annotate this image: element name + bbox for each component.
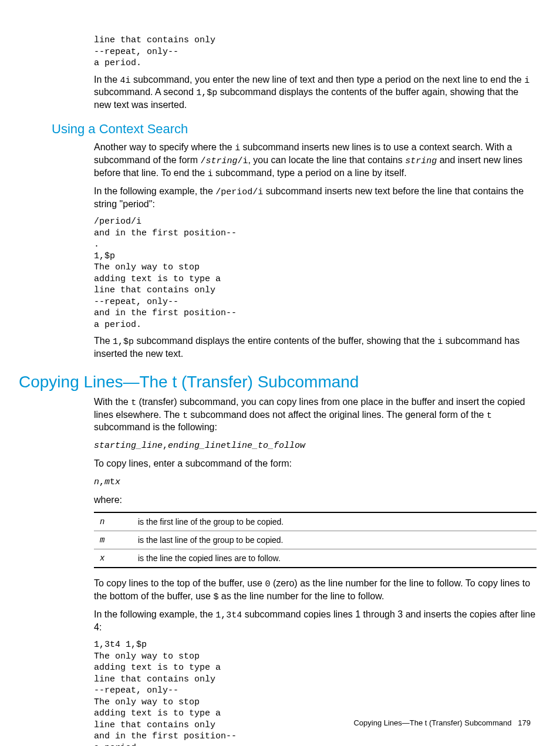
body-indent: Another way to specify where the i subco… xyxy=(94,141,537,360)
text: subcommand is the following: xyxy=(94,422,217,432)
code-inline: t xyxy=(226,441,231,451)
code-italic: m xyxy=(104,477,110,487)
body-indent: With the t (transfer) subcommand, you ca… xyxy=(94,396,537,746)
code-inline: t xyxy=(131,398,136,408)
code-inline: , xyxy=(99,477,104,487)
code-inline: t xyxy=(487,411,492,421)
code-italic: starting_line xyxy=(94,441,163,451)
code-inline: i xyxy=(235,143,240,153)
table-row: x is the line the copied lines are to fo… xyxy=(94,549,537,568)
text: With the xyxy=(94,397,131,407)
code-italic: x xyxy=(115,477,120,487)
table-symbol: m xyxy=(94,531,132,549)
code-italic: string xyxy=(205,156,237,166)
table-row: m is the last line of the group to be co… xyxy=(94,531,537,549)
paragraph: In the following example, the /period/i … xyxy=(94,185,537,210)
code-inline: 1,$p xyxy=(196,88,217,98)
code-inline: t xyxy=(110,477,115,487)
table-symbol: x xyxy=(94,549,132,568)
table-description: is the first line of the group to be cop… xyxy=(132,512,537,531)
table-row: n is the first line of the group to be c… xyxy=(94,512,537,531)
text: To copy lines to the top of the buffer, … xyxy=(94,578,265,588)
paragraph: where: xyxy=(94,494,537,506)
code-block-2: /period/i and in the first position-- . … xyxy=(94,216,537,330)
code-inline: /period/i xyxy=(215,187,263,197)
text: subcommand, you enter the new line of te… xyxy=(131,75,525,85)
text: The xyxy=(94,336,113,346)
code-inline: i xyxy=(208,169,213,179)
text: In the following example, the xyxy=(94,609,215,619)
heading-context-search: Using a Context Search xyxy=(52,121,537,137)
footer-page-number: 179 xyxy=(518,718,531,727)
paragraph: In the following example, the 1,3t4 subc… xyxy=(94,609,537,633)
code-block-3: 1,3t4 1,$p The only way to stop adding t… xyxy=(94,639,537,746)
code-italic: n xyxy=(94,477,99,487)
syntax-form-1: starting_line,ending_linetline_to_follow xyxy=(94,439,537,452)
code-inline: i xyxy=(524,76,529,86)
text: subcommand does not affect the original … xyxy=(188,410,487,420)
paragraph: The 1,$p subcommand displays the entire … xyxy=(94,335,537,360)
text: subcommand, type a period on a line by i… xyxy=(213,168,407,178)
table-description: is the line the copied lines are to foll… xyxy=(132,549,537,568)
text: as the line number for the line to follo… xyxy=(218,591,384,601)
body-indent: line that contains only --repeat, only--… xyxy=(94,35,537,111)
code-italic: line_to_follow xyxy=(231,441,305,451)
definitions-table: n is the first line of the group to be c… xyxy=(94,512,537,568)
footer-title: Copying Lines—The t (Transfer) Subcomman… xyxy=(353,718,511,727)
text: , you can locate the line that contains xyxy=(248,155,405,165)
heading-copying-lines: Copying Lines—The t (Transfer) Subcomman… xyxy=(19,373,537,391)
code-italic: string xyxy=(405,156,437,166)
table-symbol: n xyxy=(94,512,132,531)
text: In the following example, the xyxy=(94,186,215,196)
text: In the xyxy=(94,75,120,85)
code-inline: 1,$p xyxy=(113,337,134,347)
paragraph: In the 4i subcommand, you enter the new … xyxy=(94,74,537,112)
paragraph: To copy lines to the top of the buffer, … xyxy=(94,578,537,603)
page-footer: Copying Lines—The t (Transfer) Subcomman… xyxy=(353,718,531,727)
text: Another way to specify where the xyxy=(94,142,235,152)
code-italic: ending_line xyxy=(168,441,226,451)
document-page: line that contains only --repeat, only--… xyxy=(0,0,560,746)
code-inline: , xyxy=(163,441,168,451)
paragraph: To copy lines, enter a subcommand of the… xyxy=(94,458,537,470)
syntax-form-2: n,mtx xyxy=(94,475,537,488)
code-inline: /i xyxy=(237,156,248,166)
paragraph: With the t (transfer) subcommand, you ca… xyxy=(94,396,537,434)
table-description: is the last line of the group to be copi… xyxy=(132,531,537,549)
code-inline: t xyxy=(183,411,188,421)
text: subcommand displays the entire contents … xyxy=(134,336,437,346)
text: subcommand. A second xyxy=(94,87,196,97)
paragraph: Another way to specify where the i subco… xyxy=(94,141,537,180)
code-inline: 1,3t4 xyxy=(215,610,242,620)
code-block-1: line that contains only --repeat, only--… xyxy=(94,35,537,69)
code-inline: 4i xyxy=(120,76,130,86)
